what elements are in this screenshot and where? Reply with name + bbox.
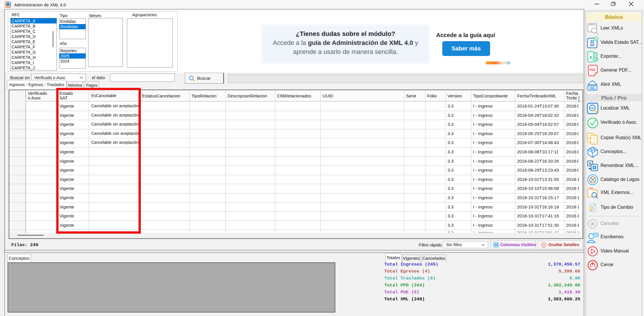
svg-text:XML: XML <box>590 107 595 110</box>
svg-text:X: X <box>589 55 592 60</box>
svg-text:XML: XML <box>589 87 595 90</box>
svg-text:PDF: PDF <box>590 68 596 72</box>
svg-text:$: $ <box>591 207 592 210</box>
svg-text:A: A <box>593 166 595 169</box>
svg-text:SAT: SAT <box>590 44 595 47</box>
